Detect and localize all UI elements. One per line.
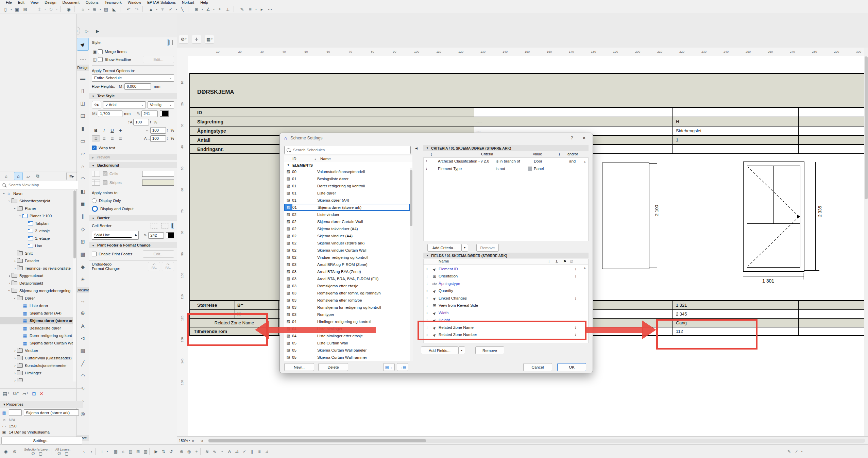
spinner[interactable]: ▲▼ <box>150 119 153 125</box>
lock-unlock-icon[interactable]: ⊘ <box>11 448 18 455</box>
row-value-cell[interactable] <box>672 108 798 117</box>
tree-item[interactable]: Skjema dører (A4) <box>0 309 73 317</box>
arrow-tool[interactable]: ▶ <box>77 38 89 51</box>
cells-checkbox[interactable]: ✓ <box>103 171 107 176</box>
add-criteria-button[interactable]: Add Criteria... <box>427 244 461 252</box>
reorder-handle-icon[interactable]: ↕ <box>424 267 430 271</box>
row-value-cell[interactable]: 1 <box>672 136 798 144</box>
tree-item[interactable]: Himlinger <box>0 369 73 377</box>
enable-print-footer-checkbox[interactable] <box>92 252 97 256</box>
toolbox-tab-design[interactable]: Design <box>76 65 89 71</box>
door-elevation-2[interactable] <box>743 162 804 272</box>
row-value-cell[interactable]: H <box>672 117 798 126</box>
separator[interactable] <box>149 448 152 455</box>
pickup-caret-icon[interactable]: ▾ <box>155 5 158 13</box>
info-icon[interactable]: i <box>98 448 106 455</box>
parallel-icon[interactable]: ∥ <box>248 448 256 455</box>
favorites-caret-icon[interactable]: ▾ <box>87 5 90 13</box>
schedule-list-scrollbar[interactable] <box>410 168 413 361</box>
merge-items-checkbox[interactable] <box>98 49 103 54</box>
label-tool-icon[interactable]: ⊲ <box>77 332 88 344</box>
chevron-icon[interactable] <box>7 289 12 293</box>
tree-item[interactable] <box>0 377 73 381</box>
menu-item[interactable]: File <box>3 0 15 4</box>
orbit-icon[interactable]: ↺ <box>167 448 175 455</box>
chevron-icon[interactable] <box>13 349 17 353</box>
Width[interactable]: ↕ Width <box>424 309 588 317</box>
chevron-icon[interactable] <box>7 281 12 285</box>
align-right-button[interactable]: ≣ <box>108 135 116 141</box>
text-tool-icon[interactable]: A <box>77 320 88 332</box>
tree-item[interactable]: Dører <box>0 294 73 302</box>
scroll-up-icon[interactable]: ▲ <box>583 266 586 269</box>
arc-tool-icon[interactable]: ◠ <box>77 370 88 382</box>
font-script-select[interactable]: Vestlig⌄ <box>148 101 174 108</box>
line-weight-icon[interactable]: ≡ <box>246 5 254 13</box>
update-icon[interactable]: ↻ <box>47 5 55 13</box>
suspend-groups-icon[interactable]: ✓ <box>167 5 175 13</box>
grid-display-icon[interactable]: ▦ <box>112 448 119 455</box>
separator[interactable] <box>188 6 191 12</box>
zoom-extent-icon[interactable]: ◎ <box>185 448 193 455</box>
suspend-caret-icon[interactable]: ▾ <box>175 5 178 13</box>
fly-mode-icon[interactable]: ⇅ <box>160 448 167 455</box>
wall-tool-icon[interactable]: ▬ <box>77 72 88 84</box>
Liste Curtain Wall[interactable]: ▨ 05 Liste Curtain Wall <box>284 339 410 346</box>
ok-button[interactable]: OK <box>557 363 586 371</box>
zone-tool-icon[interactable]: ▨ <box>77 248 88 260</box>
Åpningstype[interactable]: ↕ Åpningstype <box>424 280 588 287</box>
morph-tool-icon[interactable]: ◇ <box>77 223 88 235</box>
shell-tool-icon[interactable]: ◠ <box>77 173 88 185</box>
align-left-button[interactable]: ≣ <box>92 135 100 141</box>
underline-button[interactable]: U <box>108 127 116 134</box>
menu-item[interactable]: Options <box>83 0 102 4</box>
vertical-scrollbar[interactable] <box>864 48 868 436</box>
tree-item[interactable]: Fasader <box>0 257 73 265</box>
window-tool-icon[interactable]: ◫ <box>77 97 88 109</box>
layer-settings-icon[interactable]: ▤ <box>127 448 134 455</box>
gravity-icon[interactable]: ⊥ <box>224 5 232 13</box>
stair-tool-icon[interactable]: ≣ <box>77 198 88 210</box>
cancel-button[interactable]: Cancel <box>523 363 552 371</box>
Areal BTA og BYA (Zone)[interactable]: ▨ 03 Areal BTA og BYA (Zone) <box>284 268 410 275</box>
text-style-section[interactable]: ▼Text Style <box>89 93 177 99</box>
separator[interactable] <box>142 6 146 12</box>
column-tool-icon[interactable]: ▮ <box>77 122 88 135</box>
import-scheme-icon[interactable]: ▤→ <box>383 363 395 371</box>
separator[interactable] <box>60 6 64 12</box>
align-center-button[interactable]: ≣ <box>100 135 108 141</box>
beam-tool-icon[interactable]: ▭ <box>77 135 88 147</box>
chevron-icon[interactable] <box>13 363 17 368</box>
Skjema vinduer (A4)[interactable]: ▨ 02 Skjema vinduer (A4) <box>284 232 410 239</box>
size-h-value[interactable]: 2 345 <box>672 310 798 318</box>
row-extra-cell[interactable] <box>798 117 868 126</box>
renovation-filter-icon[interactable]: ≋ <box>203 448 211 455</box>
chevron-icon[interactable] <box>13 371 17 375</box>
background-section[interactable]: ▼Background <box>89 162 177 168</box>
menu-item[interactable]: Window <box>125 0 144 4</box>
magic-wand-icon[interactable]: ╲ <box>178 5 186 13</box>
publisher-tab[interactable]: ⧉ <box>34 172 42 180</box>
Quantity[interactable]: ↕ Quantity <box>424 287 588 295</box>
separator[interactable] <box>120 6 123 12</box>
fields-header[interactable]: ▼FIELDS / 01 SKJEMA DØRER (STØRRE ARK) <box>423 253 589 258</box>
font-pen-input[interactable]: 241 <box>141 111 158 117</box>
style-wide-button[interactable] <box>171 39 174 46</box>
schedule-search-input[interactable] <box>292 148 403 152</box>
cursor-outline-icon[interactable]: ▷ <box>82 27 91 35</box>
grid-snap-icon[interactable]: ⊞ <box>192 5 201 13</box>
horizontal-scrollbar[interactable] <box>208 439 865 443</box>
row-height-input[interactable]: 6,000 <box>124 83 151 90</box>
menu-item[interactable]: Document <box>59 0 83 4</box>
new-view-folder-icon[interactable]: ▤⁺ <box>3 391 10 396</box>
story-settings-icon[interactable]: ▤ <box>102 5 110 13</box>
chevron-icon[interactable] <box>13 206 17 210</box>
tree-item[interactable]: Konstruksjonselementer <box>0 362 73 369</box>
tree-item[interactable]: Detaljprosjekt <box>0 279 73 287</box>
fill-tool-icon[interactable]: ▧ <box>77 345 88 357</box>
favorites-icon[interactable]: ⌂ <box>79 5 87 13</box>
delete-schedule-button[interactable]: Delete <box>318 363 348 371</box>
stripes-color-swatch[interactable] <box>142 180 174 186</box>
separator[interactable] <box>74 6 78 12</box>
new-caret-icon[interactable]: ▾ <box>10 5 13 13</box>
